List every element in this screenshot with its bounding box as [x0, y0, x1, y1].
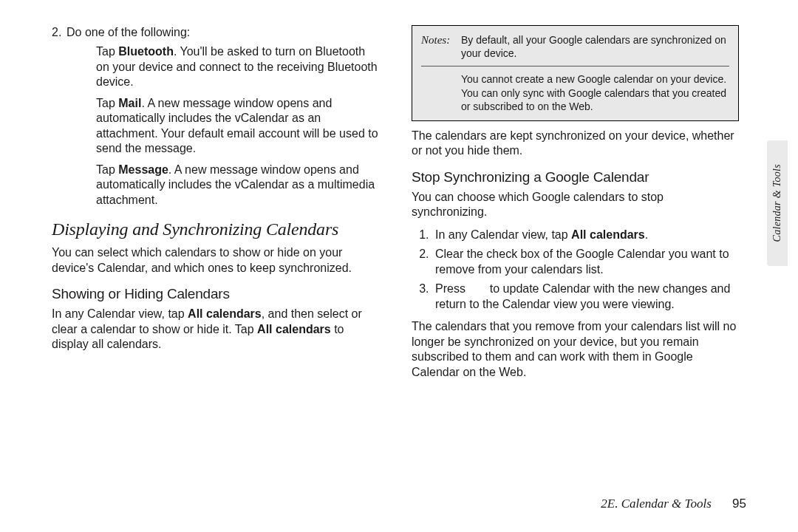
subsection-heading-stopsync: Stop Synchronizing a Google Calendar [412, 169, 739, 185]
notes-label: Notes: [421, 33, 461, 60]
right-column: Notes: By default, all your Google calen… [412, 25, 754, 502]
message-label: Message [118, 163, 168, 176]
after-notes-body: The calendars are kept synchronized on y… [412, 129, 739, 159]
page-footer: 2E. Calendar & Tools 95 [0, 497, 746, 511]
step-2: 2.Do one of the following: [52, 25, 379, 40]
stopsync-step-3: Press to update Calendar with the new ch… [432, 282, 739, 312]
section-body: You can select which calendars to show o… [52, 245, 379, 276]
stopsync-intro: You can choose which Google calendars to… [412, 190, 739, 220]
section-heading-displaying: Displaying and Synchronizing Calendars [52, 219, 379, 239]
stopsync-step-1: In any Calendar view, tap All calendars. [432, 228, 739, 242]
step-2-intro: Do one of the following: [66, 26, 190, 38]
option-mail: Tap Mail. A new message window opens and… [52, 96, 379, 157]
option-message: Tap Message. A new message window opens … [52, 163, 379, 208]
stopsync-step-2: Clear the check box of the Google Calend… [432, 247, 739, 277]
left-column: 2.Do one of the following: Tap Bluetooth… [52, 25, 379, 502]
closing-body: The calendars that you remove from your … [412, 319, 739, 380]
subsection-heading-showhide: Showing or Hiding Calendars [52, 286, 379, 302]
manual-page: 2.Do one of the following: Tap Bluetooth… [0, 0, 798, 532]
note-1: By default, all your Google calendars ar… [461, 33, 729, 60]
side-tab-label: Calendar & Tools [771, 164, 783, 242]
option-bluetooth: Tap Bluetooth. You'll be asked to turn o… [52, 44, 379, 89]
note-2: You cannot create a new Google calendar … [421, 72, 729, 113]
notes-divider [421, 66, 729, 66]
stopsync-steps: In any Calendar view, tap All calendars.… [412, 228, 739, 312]
bluetooth-label: Bluetooth [118, 45, 174, 58]
showhide-body: In any Calendar view, tap All calendars,… [52, 307, 379, 352]
footer-section: 2E. Calendar & Tools [601, 497, 712, 511]
mail-label: Mail [118, 97, 141, 109]
notes-box: Notes: By default, all your Google calen… [412, 25, 739, 121]
footer-page-number: 95 [732, 497, 746, 511]
side-tab: Calendar & Tools [767, 140, 788, 266]
